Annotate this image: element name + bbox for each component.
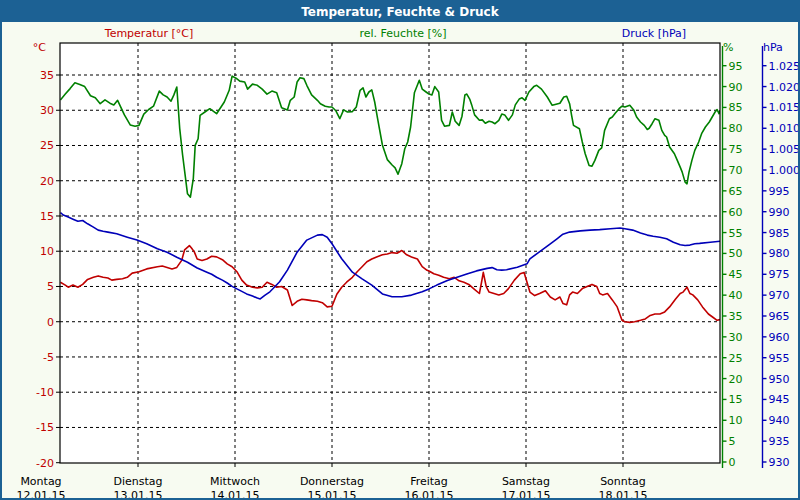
temperature-tick-label: 30 bbox=[40, 104, 54, 117]
humidity-tick-label: 5 bbox=[729, 435, 736, 448]
temperature-tick-label: 0 bbox=[47, 316, 54, 329]
day-date-label: 18.01.15 bbox=[599, 489, 648, 500]
pressure-tick-label: 970 bbox=[769, 289, 790, 302]
day-date-label: 15.01.15 bbox=[308, 489, 357, 500]
temperature-tick-label: 15 bbox=[40, 210, 54, 223]
day-name-label: Samstag bbox=[502, 475, 550, 488]
humidity-tick-label: 90 bbox=[729, 81, 743, 94]
day-date-label: 13.01.15 bbox=[114, 489, 163, 500]
temperature-tick-label: 10 bbox=[40, 245, 54, 258]
pressure-tick-label: 1.015 bbox=[769, 101, 800, 114]
humidity-tick-label: 75 bbox=[729, 143, 743, 156]
pressure-tick-label: 990 bbox=[769, 206, 790, 219]
day-name-label: Dienstag bbox=[113, 475, 162, 488]
temperature-tick-label: 5 bbox=[47, 280, 54, 293]
humidity-tick-label: 70 bbox=[729, 164, 743, 177]
humidity-tick-label: 55 bbox=[729, 227, 743, 240]
humidity-tick-label: 15 bbox=[729, 393, 743, 406]
pressure-tick-label: 1.025 bbox=[769, 60, 800, 73]
humidity-tick-label: 45 bbox=[729, 268, 743, 281]
humidity-tick-label: 35 bbox=[729, 310, 743, 323]
weather-chart-window: Temperatur, Feuchte & Druck Temperatur [… bbox=[0, 0, 800, 500]
day-date-label: 17.01.15 bbox=[502, 489, 551, 500]
day-date-label: 14.01.15 bbox=[211, 489, 260, 500]
pressure-tick-label: 1.010 bbox=[769, 122, 800, 135]
pressure-tick-label: 960 bbox=[769, 331, 790, 344]
humidity-tick-label: 30 bbox=[729, 331, 743, 344]
pressure-tick-label: 955 bbox=[769, 352, 790, 365]
humidity-tick-label: 40 bbox=[729, 289, 743, 302]
day-name-label: Mittwoch bbox=[210, 475, 260, 488]
temperature-tick-label: 25 bbox=[40, 139, 54, 152]
humidity-tick-label: 85 bbox=[729, 101, 743, 114]
temperature-tick-label: 20 bbox=[40, 175, 54, 188]
day-name-label: Donnerstag bbox=[300, 475, 364, 488]
humidity-tick-label: 80 bbox=[729, 122, 743, 135]
pressure-tick-label: 995 bbox=[769, 185, 790, 198]
temperature-tick-label: -20 bbox=[36, 457, 54, 470]
pressure-tick-label: 1.005 bbox=[769, 143, 800, 156]
day-date-label: 12.01.15 bbox=[17, 489, 66, 500]
humidity-tick-label: 65 bbox=[729, 185, 743, 198]
pressure-tick-label: 940 bbox=[769, 414, 790, 427]
humidity-tick-label: 10 bbox=[729, 414, 743, 427]
temperature-tick-label: -10 bbox=[36, 386, 54, 399]
humidity-tick-label: 20 bbox=[729, 373, 743, 386]
humidity-tick-label: 50 bbox=[729, 247, 743, 260]
pressure-tick-label: 1.020 bbox=[769, 81, 800, 94]
pressure-tick-label: 935 bbox=[769, 435, 790, 448]
temperature-tick-label: -15 bbox=[36, 421, 54, 434]
pressure-tick-label: 1.000 bbox=[769, 164, 800, 177]
pressure-tick-label: 930 bbox=[769, 456, 790, 469]
humidity-tick-label: 60 bbox=[729, 206, 743, 219]
humidity-tick-label: 25 bbox=[729, 352, 743, 365]
pressure-tick-label: 980 bbox=[769, 247, 790, 260]
temperature-tick-label: 35 bbox=[40, 69, 54, 82]
humidity-tick-label: 0 bbox=[729, 456, 736, 469]
pressure-tick-label: 975 bbox=[769, 268, 790, 281]
day-name-label: Freitag bbox=[410, 475, 448, 488]
pressure-tick-label: 985 bbox=[769, 227, 790, 240]
chart-canvas: 35302520151050-5-10-15-20959085807570656… bbox=[2, 2, 800, 500]
day-date-label: 16.01.15 bbox=[405, 489, 454, 500]
temperature-tick-label: -5 bbox=[43, 351, 54, 364]
pressure-tick-label: 950 bbox=[769, 373, 790, 386]
humidity-tick-label: 95 bbox=[729, 60, 743, 73]
pressure-tick-label: 965 bbox=[769, 310, 790, 323]
day-name-label: Montag bbox=[20, 475, 61, 488]
pressure-tick-label: 945 bbox=[769, 393, 790, 406]
day-name-label: Sonntag bbox=[600, 475, 646, 488]
